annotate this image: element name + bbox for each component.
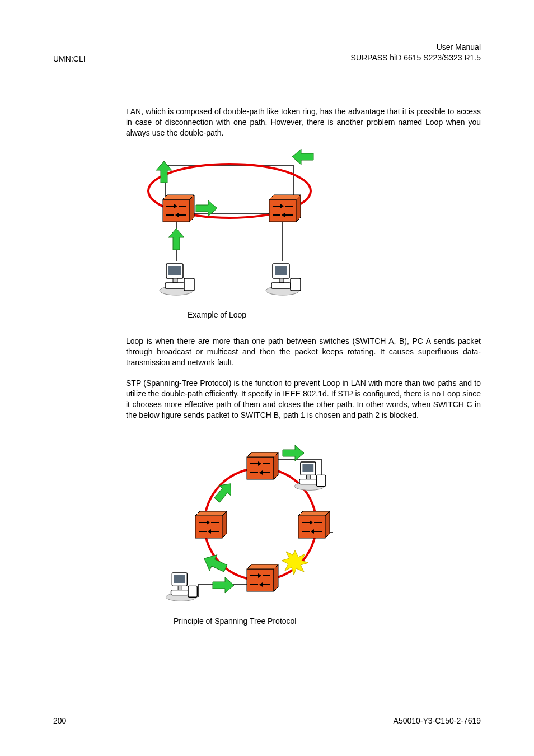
switch-right-icon <box>298 511 330 538</box>
switch-bottom-icon <box>247 564 278 591</box>
page: UMN:CLI User Manual SURPASS hiD 6615 S22… <box>0 0 534 756</box>
figure-loop <box>126 149 481 306</box>
pc-a-icon <box>160 264 194 295</box>
figure1-caption: Example of Loop <box>188 310 481 319</box>
paragraph-1: LAN, which is composed of double-path li… <box>126 106 481 138</box>
arrow-top-right-icon <box>283 445 304 461</box>
block-starburst-icon <box>282 550 308 575</box>
loop-diagram-svg <box>126 149 339 306</box>
switch-a-icon <box>163 195 194 222</box>
switch-left-icon <box>195 511 227 538</box>
pc-bottom-icon <box>166 573 198 601</box>
page-number: 200 <box>53 716 66 725</box>
page-footer: 200 A50010-Y3-C150-2-7619 <box>53 716 481 725</box>
switch-b-icon <box>269 195 301 222</box>
paragraph-2: Loop is when there are more than one pat… <box>126 336 481 368</box>
header-right-line1: User Manual <box>351 42 481 53</box>
figure-stp <box>148 432 481 611</box>
pc-top-icon <box>294 462 326 490</box>
arrow-right-icon <box>196 200 217 216</box>
switch-top-icon <box>247 452 278 479</box>
header-right-line2: SURPASS hiD 6615 S223/S323 R1.5 <box>351 53 481 63</box>
content-area: LAN, which is composed of double-path li… <box>126 106 481 626</box>
header-right: User Manual SURPASS hiD 6615 S223/S323 R… <box>351 42 481 63</box>
arrow-left-top-icon <box>292 149 313 165</box>
page-header: UMN:CLI User Manual SURPASS hiD 6615 S22… <box>53 42 481 67</box>
arrow-into-bottom-icon <box>213 577 234 593</box>
pc-b-icon <box>266 264 301 295</box>
header-left: UMN:CLI <box>53 54 86 63</box>
svg-marker-26 <box>282 550 308 575</box>
doc-id: A50010-Y3-C150-2-7619 <box>394 716 481 725</box>
arrow-sw-icon <box>200 550 229 576</box>
figure2-caption: Principle of Spanning Tree Protocol <box>174 617 481 626</box>
stp-diagram-svg <box>148 432 361 611</box>
arrow-up-pc-icon <box>168 228 184 250</box>
paragraph-3: STP (Spanning-Tree Protocol) is the func… <box>126 378 481 421</box>
